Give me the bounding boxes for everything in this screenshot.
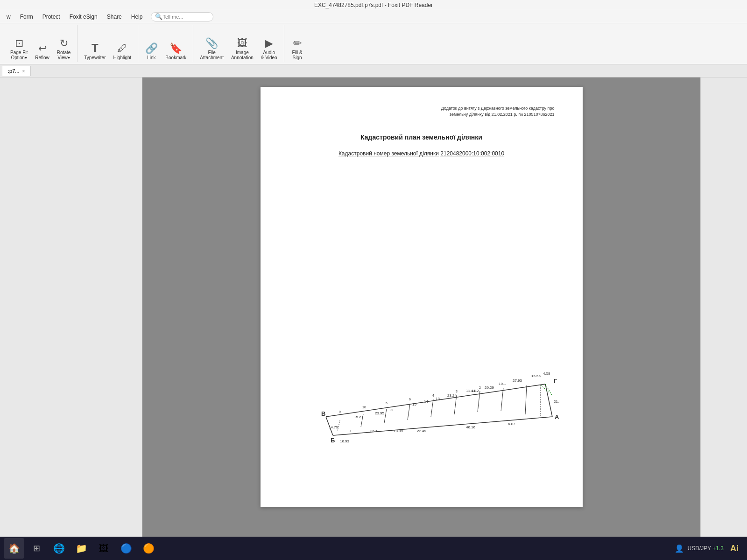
svg-line-2 (384, 409, 387, 423)
ribbon: ⊡ Page FitOption▾ ↩ Reflow ↻ RotateView▾… (0, 23, 747, 64)
vertex-G: Г (554, 378, 557, 385)
title-text: EXC_47482785.pdf.p7s.pdf - Foxit PDF Rea… (314, 2, 433, 8)
svg-text:6: 6 (409, 398, 411, 401)
tab-bar: :p7... × (0, 64, 747, 77)
ribbon-group-sign: ✏ Fill &Sign (284, 25, 310, 62)
page-title: Кадастровий план земельної ділянки (289, 133, 555, 141)
ribbon-group-insert: 🔗 Link 🔖 Bookmark (138, 25, 193, 62)
svg-text:4.58: 4.58 (543, 371, 550, 376)
svg-text:15.27: 15.27 (354, 415, 364, 419)
typewriter-button[interactable]: T Typewriter (81, 41, 108, 62)
bookmark-button[interactable]: 🔖 Bookmark (162, 42, 189, 62)
menu-bar: w Form Protect Foxit eSign Share Help 🔍 (0, 10, 747, 23)
svg-text:18.99: 18.99 (394, 429, 403, 433)
highlight-icon: 🖊 (117, 43, 127, 54)
menu-item-w[interactable]: w (2, 12, 15, 22)
svg-text:20.29: 20.29 (485, 385, 494, 390)
menu-item-form[interactable]: Form (15, 12, 38, 22)
diagram-svg: В Г А Б 15.55 4.58 27.93 10... 20.29 11.… (298, 356, 559, 449)
svg-text:9: 9 (339, 410, 341, 413)
highlight-button[interactable]: 🖊 Highlight (110, 42, 134, 62)
link-icon: 🔗 (145, 43, 158, 54)
photos-icon: 🖼 (99, 543, 108, 554)
search-icon: ⊞ (33, 543, 40, 553)
search-icon: 🔍 (155, 13, 162, 20)
menu-item-foxit-esign[interactable]: Foxit eSign (65, 12, 102, 22)
cadastral-number-line: Кадастровий номер земельної ділянки 2120… (289, 150, 555, 157)
file-attachment-icon: 📎 (205, 38, 218, 49)
start-icon: 🏠 (8, 543, 20, 554)
left-panel (0, 77, 142, 546)
rotate-icon: ↻ (60, 38, 68, 49)
svg-text:14: 14 (424, 399, 428, 404)
taskbar: 🏠 ⊞ 🌐 📁 🖼 🔵 🟠 👤 USD/JPY +1.3 Ai (0, 537, 747, 560)
page-fit-button[interactable]: ⊡ Page FitOption▾ (7, 36, 30, 62)
chrome-button[interactable]: 🔵 (116, 538, 136, 559)
svg-text:10: 10 (362, 406, 366, 409)
svg-text:16.93: 16.93 (340, 439, 350, 443)
document-area[interactable]: Додаток до витягу з Державного земельног… (142, 77, 700, 546)
vertex-B: В (321, 410, 325, 417)
app6-icon: 🟠 (143, 543, 155, 554)
svg-text:14.79: 14.79 (329, 425, 338, 429)
svg-text:23.24: 23.24 (447, 393, 457, 398)
title-bar: EXC_47482785.pdf.p7s.pdf - Foxit PDF Rea… (0, 0, 747, 10)
app6-button[interactable]: 🟠 (138, 538, 159, 559)
link-button[interactable]: 🔗 Link (142, 42, 161, 62)
svg-text:21.59: 21.59 (554, 399, 559, 404)
cadastral-label: Кадастровий номер земельної ділянки (338, 150, 439, 157)
edge-browser-button[interactable]: 🌐 (49, 538, 69, 559)
document-tab[interactable]: :p7... × (2, 66, 31, 76)
chrome-icon: 🔵 (120, 543, 132, 554)
svg-text:10...: 10... (499, 382, 506, 386)
svg-line-4 (431, 399, 433, 417)
svg-text:23.95: 23.95 (375, 411, 385, 415)
svg-text:2: 2 (479, 386, 481, 389)
vertex-A: А (555, 413, 559, 420)
tell-me-box[interactable]: 🔍 (151, 12, 213, 21)
image-annotation-button[interactable]: 🖼 ImageAnnotation (228, 36, 256, 62)
cadastral-number: 2120482000:10:002:0010 (440, 150, 504, 157)
audio-video-button[interactable]: ▶ Audio& Video (258, 36, 280, 62)
rotate-view-button[interactable]: ↻ RotateView▾ (54, 36, 73, 62)
header-line1: Додаток до витягу з Державного земельног… (441, 105, 555, 112)
image-annotation-icon: 🖼 (237, 38, 247, 49)
svg-text:36.1: 36.1 (370, 429, 378, 433)
right-panel (700, 77, 747, 546)
reflow-icon: ↩ (38, 43, 47, 54)
reflow-button[interactable]: ↩ Reflow (32, 42, 52, 62)
menu-item-share[interactable]: Share (102, 12, 127, 22)
fill-sign-button[interactable]: ✏ Fill &Sign (288, 36, 307, 62)
main-area: Додаток до витягу з Державного земельног… (0, 77, 747, 546)
svg-text:15.2: 15.2 (472, 389, 479, 393)
file-explorer-button[interactable]: 📁 (71, 538, 92, 559)
cadastral-diagram: В Г А Б 15.55 4.58 27.93 10... 20.29 11.… (298, 356, 564, 451)
menu-item-help[interactable]: Help (127, 12, 148, 22)
typewriter-icon: T (92, 42, 99, 54)
svg-text:3: 3 (456, 390, 458, 393)
currency-ticker: USD/JPY +1.3 (688, 545, 724, 552)
tab-close-button[interactable]: × (22, 69, 25, 74)
file-attachment-button[interactable]: 📎 FileAttachment (197, 36, 226, 62)
svg-line-10 (541, 385, 549, 392)
svg-line-8 (525, 385, 527, 414)
svg-text:15: 15 (412, 402, 416, 406)
svg-text:11: 11 (389, 408, 393, 412)
start-button[interactable]: 🏠 (4, 538, 24, 559)
vertex-Б: Б (331, 437, 335, 444)
ai-corner[interactable]: Ai (726, 544, 743, 553)
search-button[interactable]: ⊞ (26, 538, 47, 559)
tab-label: :p7... (8, 68, 19, 74)
svg-line-7 (501, 388, 503, 411)
svg-text:7: 7 (349, 429, 352, 433)
svg-line-3 (408, 404, 410, 420)
menu-item-protect[interactable]: Protect (38, 12, 65, 22)
svg-text:6.87: 6.87 (508, 422, 515, 426)
taskbar-system-tray: 👤 USD/JPY +1.3 (675, 544, 724, 553)
tell-me-input[interactable] (162, 14, 209, 20)
page-fit-icon: ⊡ (15, 38, 23, 49)
photos-button[interactable]: 🖼 (93, 538, 114, 559)
svg-text:46.16: 46.16 (466, 425, 476, 429)
page-header: Додаток до витягу з Державного земельног… (441, 105, 555, 117)
files-icon: 📁 (76, 543, 87, 554)
